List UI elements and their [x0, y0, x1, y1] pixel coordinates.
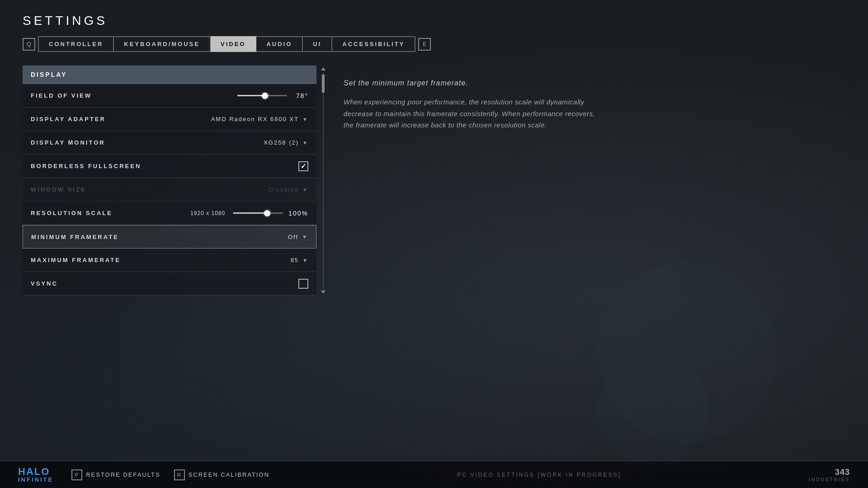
slider-resolution-scale[interactable]: 868 x 488 100% [190, 210, 308, 217]
row-borderless-fullscreen[interactable]: BORDERLESS FULLSCREEN [23, 155, 316, 178]
scroll-track[interactable] [323, 72, 324, 289]
info-description: When experiencing poor performance, the … [344, 96, 606, 131]
slider-field-of-view[interactable]: 78° [237, 92, 308, 99]
slider-track-resolution[interactable] [233, 212, 283, 214]
chevron-down-icon: ▼ [302, 117, 308, 122]
dropdown-display-adapter[interactable]: AMD Radeon RX 6800 XT ▼ [211, 116, 308, 122]
settings-panel: DISPLAY FIELD OF VIEW 78° DISPLAY ADAPTE… [23, 66, 316, 296]
scroll-down-arrow[interactable] [321, 291, 326, 294]
chevron-down-icon-monitor: ▼ [302, 140, 308, 145]
dropdown-display-monitor[interactable]: XG258 (2) ▼ [264, 139, 308, 146]
page-title: SETTINGS [23, 14, 845, 28]
left-key-badge: Q [23, 38, 35, 51]
slider-fill-fov [237, 95, 265, 96]
tab-accessibility[interactable]: ACCESSIBILITY [332, 36, 415, 52]
row-window-size: WINDOW SIZE Disabled ▼ [23, 178, 316, 202]
checkbox-borderless-fullscreen[interactable] [298, 161, 308, 171]
tab-audio[interactable]: AUDIO [256, 36, 303, 52]
row-maximum-framerate[interactable]: MAXIMUM FRAMERATE 85 ▼ [23, 249, 316, 272]
value-maximum-framerate: 85 [291, 257, 299, 263]
tab-ui[interactable]: UI [303, 36, 332, 52]
chevron-down-icon-max-framerate: ▼ [302, 258, 308, 263]
checkbox-vsync[interactable] [298, 279, 308, 289]
scroll-up-arrow[interactable] [321, 67, 326, 70]
label-window-size: WINDOW SIZE [31, 186, 86, 193]
value-display-monitor: XG258 (2) [264, 139, 299, 146]
label-minimum-framerate: MINIMUM FRAMERATE [31, 234, 119, 240]
row-minimum-framerate[interactable]: MINIMUM FRAMERATE Off ▼ [23, 225, 316, 249]
label-borderless-fullscreen: BORDERLESS FULLSCREEN [31, 163, 141, 169]
scroll-indicator[interactable] [322, 66, 325, 296]
tab-video[interactable]: VIDEO [211, 36, 256, 52]
label-resolution-scale: RESOLUTION SCALE [31, 210, 113, 216]
chevron-down-icon-window: ▼ [302, 187, 308, 192]
slider-thumb-fov[interactable] [262, 93, 268, 99]
label-display-adapter: DISPLAY ADAPTER [31, 116, 106, 122]
tab-controller[interactable]: CONTROLLER [38, 36, 114, 52]
value-window-size: Disabled [269, 186, 299, 193]
row-resolution-scale[interactable]: RESOLUTION SCALE 868 x 488 100% [23, 202, 316, 225]
value-minimum-framerate: Off [288, 234, 298, 240]
value-field-of-view: 78° [292, 92, 308, 99]
tabs-bar: Q CONTROLLER KEYBOARD/MOUSE VIDEO AUDIO … [23, 36, 845, 52]
info-panel: Set the minimum target framerate. When e… [344, 66, 606, 131]
dropdown-maximum-framerate[interactable]: 85 ▼ [291, 257, 308, 263]
info-title: Set the minimum target framerate. [344, 79, 606, 87]
chevron-down-icon-framerate: ▼ [302, 234, 308, 239]
row-display-adapter[interactable]: DISPLAY ADAPTER AMD Radeon RX 6800 XT ▼ [23, 108, 316, 131]
value-display-adapter: AMD Radeon RX 6800 XT [211, 116, 299, 122]
row-field-of-view[interactable]: FIELD OF VIEW 78° [23, 84, 316, 108]
label-display-monitor: DISPLAY MONITOR [31, 139, 105, 146]
tab-keyboard-mouse[interactable]: KEYBOARD/MOUSE [114, 36, 211, 52]
label-vsync: VSYNC [31, 280, 58, 287]
right-key-badge: E [418, 38, 431, 51]
dropdown-window-size: Disabled ▼ [269, 186, 308, 193]
scroll-thumb[interactable] [322, 75, 325, 93]
resolution-prefix: 868 x 488 [190, 210, 225, 216]
row-display-monitor[interactable]: DISPLAY MONITOR XG258 (2) ▼ [23, 131, 316, 155]
dropdown-minimum-framerate[interactable]: Off ▼ [288, 234, 308, 240]
slider-track-fov[interactable] [237, 95, 287, 96]
slider-fill-resolution [233, 212, 267, 214]
row-vsync[interactable]: VSYNC [23, 272, 316, 296]
label-maximum-framerate: MAXIMUM FRAMERATE [31, 257, 121, 263]
slider-thumb-resolution[interactable] [264, 210, 270, 216]
display-section-header: DISPLAY [23, 66, 316, 84]
label-field-of-view: FIELD OF VIEW [31, 92, 92, 99]
content-area: DISPLAY FIELD OF VIEW 78° DISPLAY ADAPTE… [23, 66, 845, 296]
value-resolution-scale: 100% [288, 210, 308, 217]
